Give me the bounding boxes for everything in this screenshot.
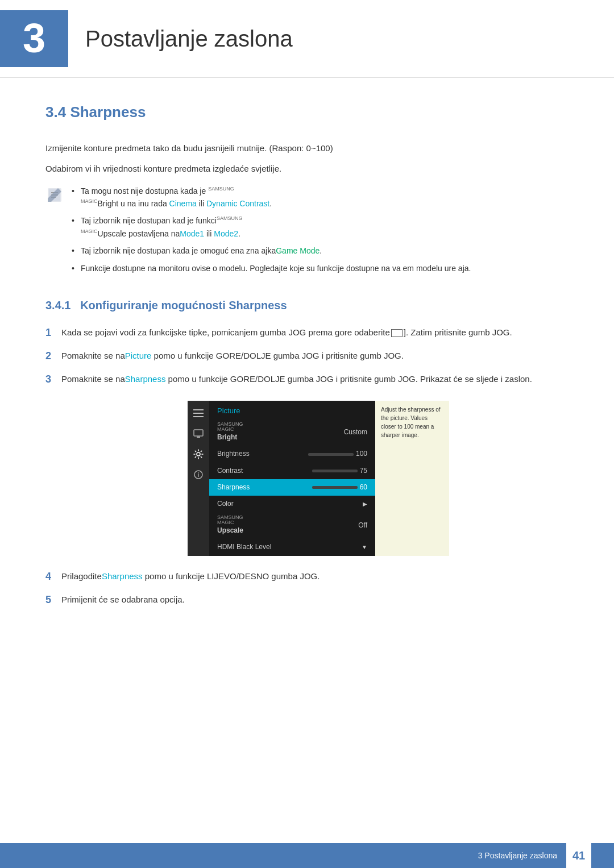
mode1-label: Mode1 bbox=[180, 229, 204, 238]
sidebar-icon-menu bbox=[192, 406, 205, 420]
bright-label: Bright bbox=[98, 199, 119, 208]
svg-rect-5 bbox=[193, 409, 204, 410]
contrast-value: 75 bbox=[360, 466, 367, 476]
chapter-header: 3 Postavljanje zaslona bbox=[0, 0, 614, 78]
sharpness-label-3: Sharpness bbox=[125, 374, 166, 384]
step-text-2: Pomaknite se naPicture pomo u funkcije G… bbox=[61, 349, 569, 363]
monitor-sidebar: i bbox=[188, 401, 209, 556]
footer-page-number: 41 bbox=[566, 843, 591, 868]
menu-item-magicbright: SAMSUNGMAGIC Bright Custom bbox=[209, 419, 375, 446]
magicbright-value: Custom bbox=[344, 427, 367, 438]
step-text-3: Pomaknite se naSharpness pomo u funkcije… bbox=[61, 372, 569, 386]
sidebar-icon-display bbox=[192, 427, 205, 441]
step-text-5: Primijenit će se odabrana opcija. bbox=[61, 593, 569, 607]
step-num-2: 2 bbox=[45, 349, 61, 363]
step-3: 3 Pomaknite se naSharpness pomo u funkci… bbox=[45, 372, 569, 387]
dynamic-contrast-label: Dynamic Contrast bbox=[206, 199, 269, 208]
main-content: 3.4 Sharpness Izmijenite konture predmet… bbox=[0, 101, 614, 662]
step-num-3: 3 bbox=[45, 372, 61, 387]
menu-item-brightness: Brightness 100 bbox=[209, 446, 375, 462]
section-heading: 3.4 Sharpness bbox=[45, 101, 569, 128]
sidebar-icon-info: i bbox=[192, 468, 205, 481]
contrast-label: Contrast bbox=[217, 466, 312, 476]
intro-para2: Odabirom vi ih vrijednosti konture predm… bbox=[45, 162, 569, 176]
sharpness-bar-bg bbox=[312, 486, 358, 489]
svg-rect-8 bbox=[194, 430, 203, 436]
brightness-bar-bg bbox=[308, 453, 354, 456]
chapter-number: 3 bbox=[0, 10, 68, 67]
note-icon bbox=[45, 186, 64, 204]
step-5: 5 Primijenit će se odabrana opcija. bbox=[45, 593, 569, 607]
page-footer: 3 Postavljanje zaslona 41 bbox=[0, 843, 614, 868]
svg-rect-7 bbox=[193, 416, 204, 417]
svg-rect-9 bbox=[197, 437, 200, 438]
hdmi-arrow: ▼ bbox=[362, 543, 367, 552]
note-item-2: Taj izbornik nije dostupan kad je funkci… bbox=[72, 214, 471, 240]
sharpness-value: 60 bbox=[360, 482, 367, 493]
menu-item-contrast: Contrast 75 bbox=[209, 463, 375, 479]
menu-header: Picture bbox=[209, 401, 375, 420]
note-item-1: Ta mogu nost nije dostupna kada je SAMSU… bbox=[72, 185, 471, 210]
menu-item-magicupscale: SAMSUNGMAGIC Upscale Off bbox=[209, 512, 375, 539]
step-4: 4 PrilagoditeSharpness pomo u funkcije L… bbox=[45, 570, 569, 584]
brightness-label: Brightness bbox=[217, 448, 308, 459]
upscale-label: Upscale bbox=[98, 229, 127, 238]
svg-rect-6 bbox=[193, 413, 204, 414]
magicupscale-value: Off bbox=[358, 520, 367, 531]
step-2: 2 Pomaknite se naPicture pomo u funkcije… bbox=[45, 349, 569, 363]
steps-list: 1 Kada se pojavi vodi za funkcijske tipk… bbox=[45, 326, 569, 387]
step-num-4: 4 bbox=[45, 570, 61, 584]
svg-text:i: i bbox=[198, 472, 200, 478]
subsection-number: 3.4.1 bbox=[45, 299, 70, 312]
contrast-bar-bg bbox=[312, 470, 358, 472]
contrast-bar: 75 bbox=[312, 466, 367, 476]
section-number: 3.4 bbox=[45, 103, 66, 121]
step-num-5: 5 bbox=[45, 593, 61, 607]
steps-list-cont: 4 PrilagoditeSharpness pomo u funkcije L… bbox=[45, 570, 569, 607]
picture-label: Picture bbox=[125, 351, 152, 360]
sharpness-menu-label: Sharpness bbox=[217, 482, 312, 493]
color-arrow: ▶ bbox=[363, 500, 367, 509]
svg-point-10 bbox=[197, 452, 200, 456]
notes-list: Ta mogu nost nije dostupna kada je SAMSU… bbox=[72, 185, 471, 279]
chapter-title: Postavljanje zaslona bbox=[85, 20, 293, 57]
menu-item-color: Color ▶ bbox=[209, 496, 375, 512]
section-title: Sharpness bbox=[70, 103, 146, 121]
note-item-4: Funkcije dostupne na monitoru ovise o mo… bbox=[72, 262, 471, 275]
mode2-label: Mode2 bbox=[214, 229, 238, 238]
cinema-label: Cinema bbox=[169, 199, 197, 208]
brightness-bar: 100 bbox=[308, 448, 367, 459]
step-num-1: 1 bbox=[45, 326, 61, 340]
monitor-tooltip: Adjust the sharpness of the picture. Val… bbox=[375, 401, 449, 556]
note-block: Ta mogu nost nije dostupna kada je SAMSU… bbox=[45, 185, 569, 279]
game-mode-label: Game Mode bbox=[276, 246, 320, 255]
menu-item-hdmi: HDMI Black Level ▼ bbox=[209, 539, 375, 555]
menu-icon-inline bbox=[391, 329, 403, 337]
intro-para1: Izmijenite konture predmeta tako da budu… bbox=[45, 142, 569, 155]
sharpness-label-4: Sharpness bbox=[102, 571, 143, 581]
monitor-screenshot: i Picture SAMSUNGMAGIC Bright Custom Bri bbox=[68, 401, 569, 556]
subsection-heading: 3.4.1 Konfiguriranje mogućnosti Sharpnes… bbox=[45, 296, 569, 314]
monitor-menu: Picture SAMSUNGMAGIC Bright Custom Brigh… bbox=[209, 401, 375, 556]
footer-text: 3 Postavljanje zaslona bbox=[478, 849, 557, 862]
step-text-1: Kada se pojavi vodi za funkcijske tipke,… bbox=[61, 326, 569, 339]
sharpness-bar: 60 bbox=[312, 482, 367, 493]
brightness-value: 100 bbox=[356, 448, 367, 459]
monitor-frame: i Picture SAMSUNGMAGIC Bright Custom Bri bbox=[188, 401, 449, 556]
magicupscale-label: SAMSUNGMAGIC Upscale bbox=[217, 515, 358, 536]
note-item-3: Taj izbornik nije dostupan kada je omogu… bbox=[72, 244, 471, 257]
color-label: Color bbox=[217, 499, 363, 509]
hdmi-label: HDMI Black Level bbox=[217, 542, 362, 553]
step-text-4: PrilagoditeSharpness pomo u funkcije LIJ… bbox=[61, 570, 569, 583]
step-1: 1 Kada se pojavi vodi za funkcijske tipk… bbox=[45, 326, 569, 340]
menu-item-sharpness: Sharpness 60 bbox=[209, 479, 375, 496]
magicbright-label: SAMSUNGMAGIC Bright bbox=[217, 422, 344, 443]
subsection-title: Konfiguriranje mogućnosti Sharpness bbox=[80, 299, 287, 312]
sidebar-icon-gear bbox=[192, 447, 205, 461]
